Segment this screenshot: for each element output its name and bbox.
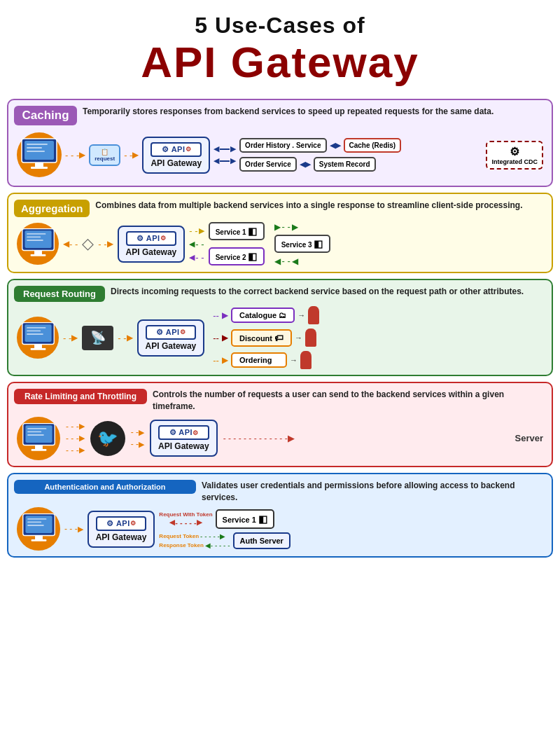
- svg-rect-7: [25, 170, 53, 172]
- aggregation-header: Aggregation Combines data from multiple …: [14, 200, 546, 217]
- svg-rect-6: [27, 151, 45, 152]
- rate-body: - - - ▶ - - - ▶ - - - ▶ 🐦 - -: [14, 417, 546, 460]
- caching-card: 📋 request: [89, 144, 120, 166]
- auth-diagram: - - - ▶ ⚙ API ⚙ API Gateway Request With…: [17, 507, 543, 551]
- catalogue-db: [308, 306, 319, 324]
- auth-tag: Authentication and Authorization: [14, 480, 196, 494]
- cache-redis-node: Cache (Redis): [344, 138, 402, 153]
- discount-node: Discount 🏷: [231, 329, 292, 347]
- routing-catalogue-row: -- ▶ Catalogue 🗂 →: [213, 306, 319, 324]
- svg-rect-29: [27, 431, 41, 432]
- svg-rect-19: [30, 348, 46, 350]
- routing-monitor: [17, 317, 59, 359]
- caching-row2: Order Service ◀▶ System Record: [239, 157, 482, 172]
- svg-rect-26: [35, 445, 43, 448]
- routing-services-col: -- ▶ Catalogue 🗂 → -- ▶ Discount 🏷: [213, 306, 319, 369]
- ordering-node: Ordering: [231, 352, 287, 368]
- agg-arrow-fwd: - - ▶: [98, 239, 113, 249]
- svg-rect-12: [27, 233, 46, 235]
- svg-rect-28: [27, 428, 46, 429]
- svg-rect-30: [27, 434, 44, 436]
- caching-services: Order History . Service ◀▶ Cache (Redis)…: [239, 138, 482, 172]
- svg-rect-15: [25, 257, 50, 260]
- aggregation-diagram: ◀ - - ◇ - - ▶ ⚙ API ⚙ API Gateway -: [17, 221, 543, 266]
- agg-api-inner: ⚙ API ⚙: [126, 231, 177, 246]
- rate-server-label: Server: [515, 433, 543, 443]
- auth-header: Authentication and Authorization Validat…: [14, 480, 546, 504]
- routing-api-gateway: ⚙ API ⚙ API Gateway: [137, 319, 205, 357]
- caching-arrow2: - - ▶: [124, 150, 139, 160]
- agg-services-col: Service 1 ◧ Service 2 ◧: [209, 222, 265, 265]
- auth-monitor: [17, 507, 60, 551]
- order-service-node: Order Service: [239, 157, 297, 172]
- aggregation-section: Aggregation Combines data from multiple …: [7, 193, 553, 273]
- svg-rect-5: [27, 147, 42, 149]
- auth-desc: Validates user credentials and permissio…: [202, 480, 546, 504]
- title-line1: 5 Use-Cases of: [7, 13, 553, 39]
- svg-rect-37: [27, 522, 41, 523]
- auth-section: Authentication and Authorization Validat…: [7, 473, 553, 558]
- routing-monitor-icon: [19, 320, 57, 355]
- svg-rect-35: [31, 539, 46, 541]
- rate-api-inner: ⚙ API ⚙: [158, 425, 209, 440]
- auth-service1-node: Service 1 ◧: [216, 509, 274, 529]
- routing-header: Request Routing Directs incoming request…: [14, 286, 546, 302]
- auth-api-gateway: ⚙ API ⚙ API Gateway: [88, 511, 155, 548]
- svg-rect-4: [27, 144, 48, 145]
- discount-db: [305, 329, 316, 347]
- caching-api-inner: ⚙ API ⚙: [150, 142, 202, 157]
- routing-api-label: API Gateway: [146, 341, 197, 351]
- routing-arrow1: - - ▶: [63, 333, 78, 343]
- rate-api-gateway: ⚙ API ⚙ API Gateway: [150, 420, 218, 457]
- caching-bidir1: ◀ ▶ ◀ ▶: [214, 144, 236, 165]
- agg-service3-col: ▶ - - ▶ Service 3 ◧ ◀ - - ◀: [274, 221, 330, 266]
- auth-body: - - - ▶ ⚙ API ⚙ API Gateway Request With…: [14, 507, 546, 551]
- svg-rect-18: [34, 345, 42, 348]
- rate-arrows2: - - ▶ - - ▶: [131, 427, 144, 449]
- svg-rect-36: [27, 518, 46, 520]
- caching-arrow1: - - - ▶: [65, 150, 85, 160]
- auth-right-col: Request With Token ◀ - - - - - ▶ Service…: [159, 509, 543, 549]
- routing-body: - - ▶ 📡 - - ▶ ⚙ API ⚙ API Gateway: [14, 306, 546, 369]
- caching-api-label: API Gateway: [150, 158, 202, 168]
- caching-section: Caching Temporarily stores responses fro…: [7, 99, 553, 187]
- caching-tag: Caching: [14, 106, 77, 125]
- router-device: 📡: [82, 326, 113, 350]
- svg-rect-22: [27, 333, 43, 335]
- svg-rect-3: [31, 167, 48, 169]
- ordering-db: [300, 351, 312, 369]
- routing-api-inner: ⚙ API ⚙: [146, 325, 197, 340]
- rate-monitor-icon: [20, 421, 58, 456]
- auth-server-node: Auth Server: [233, 532, 290, 549]
- caching-body: - - - ▶ 📋 request - - ▶ ⚙ API ⚙ API Gate…: [14, 130, 546, 180]
- caching-row1: Order History . Service ◀▶ Cache (Redis): [239, 138, 482, 153]
- monitor-icon: [18, 136, 60, 174]
- routing-arrow2: - - ▶: [118, 333, 132, 343]
- svg-rect-11: [30, 254, 46, 256]
- svg-rect-13: [27, 237, 41, 238]
- svg-rect-34: [35, 536, 43, 539]
- rate-multi-arrows: - - - ▶ - - - ▶ - - - ▶: [66, 422, 85, 455]
- rate-bird-icon: 🐦: [90, 421, 125, 456]
- auth-row2: Request Token - - - - - ▶ Response Token…: [159, 532, 543, 549]
- rate-tag: Rate Limiting and Throttling: [14, 389, 147, 404]
- caching-desc: Temporarily stores responses from backen…: [83, 106, 493, 118]
- routing-desc: Directs incoming requests to the correct…: [111, 286, 524, 298]
- agg-arrow-back: ◀ - -: [63, 239, 78, 249]
- caching-diagram: - - - ▶ 📋 request - - ▶ ⚙ API ⚙ API Gate…: [17, 130, 543, 180]
- service2-node: Service 2 ◧: [209, 247, 265, 265]
- agg-monitor-icon: [19, 226, 57, 261]
- auth-api-inner: ⚙ API ⚙: [96, 516, 147, 531]
- title-line2: API Gateway: [7, 39, 553, 86]
- routing-tag: Request Routing: [14, 286, 105, 302]
- agg-api-gateway: ⚙ API ⚙ API Gateway: [118, 226, 186, 263]
- rate-section: Rate Limiting and Throttling Controls th…: [7, 382, 553, 467]
- svg-rect-27: [31, 449, 46, 451]
- rate-monitor: [17, 417, 60, 460]
- auth-row1: Request With Token ◀ - - - - - ▶ Service…: [159, 509, 543, 529]
- agg-monitor: [17, 223, 59, 265]
- caching-header: Caching Temporarily stores responses fro…: [14, 106, 546, 125]
- rate-header: Rate Limiting and Throttling Controls th…: [14, 389, 546, 413]
- caching-api-gateway: ⚙ API ⚙ API Gateway: [142, 137, 210, 174]
- svg-rect-39: [26, 542, 51, 545]
